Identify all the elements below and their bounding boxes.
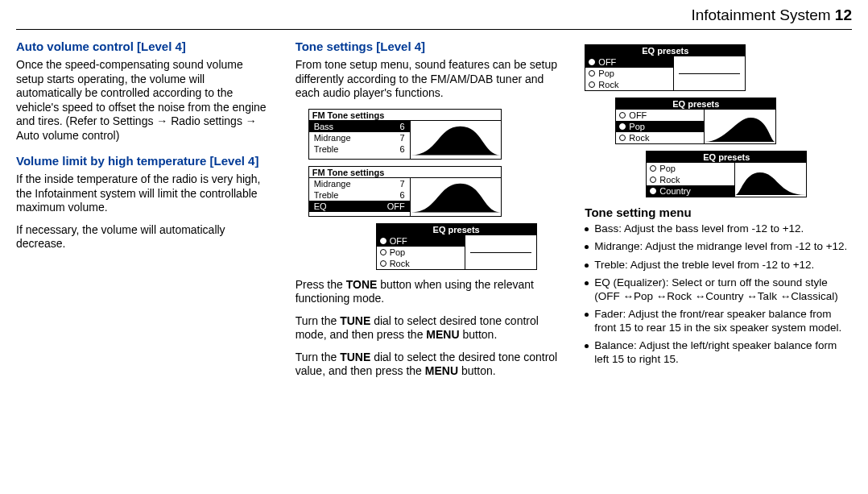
para-tone-4: Turn the TUNE dial to select the desired… (296, 351, 563, 379)
figure-title: FM Tone settings (309, 110, 501, 121)
figure-title: EQ presets (647, 152, 806, 163)
eq-option: OFF (616, 110, 704, 121)
list-item: Bass: Adjust the bass level from -12 to … (585, 222, 852, 235)
eq-options: PopRockCountry (647, 163, 735, 197)
figure-title: EQ presets (585, 45, 745, 56)
figure-title: EQ presets (377, 224, 536, 235)
list-item: Balance: Adjust the left/right speaker b… (585, 339, 852, 366)
page-number: 12 (835, 6, 852, 23)
eq-option: Pop (377, 247, 465, 258)
eq-option: Pop (647, 163, 734, 174)
para-volume-limit-2: If necessary, the volume will automatica… (16, 223, 273, 251)
heading-volume-limit: Volume limit by high temperature [Level … (16, 154, 273, 168)
para-volume-limit-1: If the inside temperature of the radio i… (16, 172, 273, 215)
bold-tone: TONE (346, 278, 378, 291)
figure-eq-presets-1: EQ presetsOFFPopRock (585, 44, 746, 91)
figure-eq-presets-3: EQ presetsPopRockCountry (646, 151, 807, 197)
figure-row: Midrange7 (309, 132, 410, 143)
subheading-tone-menu: Tone setting menu (585, 205, 852, 219)
eq-curve (465, 235, 536, 269)
column-1: Auto volume control [Level 4] Once the s… (16, 39, 273, 387)
eq-curve (735, 163, 806, 197)
figure-curve (411, 178, 501, 216)
eq-option-label: Rock (598, 79, 618, 90)
eq-option-label: OFF (390, 235, 407, 247)
bold-menu: MENU (425, 364, 458, 377)
radio-icon (650, 165, 656, 172)
eq-option: Rock (377, 258, 465, 269)
para-tone-2: Press the TONE button when using the rel… (296, 278, 563, 306)
radio-icon (619, 123, 626, 130)
text: button. (460, 328, 498, 341)
figure-fm-tone-2: FM Tone settings Midrange7Treble6EQOFF (308, 166, 502, 217)
eq-options: OFFPopRock (616, 110, 705, 143)
section-title: Infotainment System (691, 6, 830, 23)
figure-eq-presets-2: EQ presetsOFFPopRock (615, 98, 776, 144)
eq-option: Rock (616, 132, 704, 143)
figure-row: Treble6 (309, 143, 410, 155)
eq-option-label: Pop (598, 68, 614, 79)
column-3: EQ presetsOFFPopRock EQ presetsOFFPopRoc… (585, 39, 852, 387)
text: button. (458, 364, 496, 377)
list-item: Fader: Adjust the front/rear speaker bal… (585, 308, 852, 334)
heading-auto-volume: Auto volume control [Level 4] (16, 39, 273, 53)
eq-options: OFFPopRock (585, 56, 674, 90)
figure-row: Bass6 (309, 121, 410, 132)
list-item: EQ (Equalizer): Select or turn off the s… (585, 276, 852, 303)
figure-rows: Bass6Midrange7Treble6 (309, 121, 411, 159)
radio-icon (619, 112, 626, 118)
text: Turn the (296, 351, 341, 363)
radio-icon (589, 70, 595, 77)
radio-icon (589, 81, 595, 88)
radio-icon (380, 249, 386, 255)
list-item: Treble: Adjust the treble level from -12… (585, 259, 852, 272)
list-item: Midrange: Adjust the midrange level from… (585, 240, 852, 253)
eq-option-label: Rock (390, 258, 410, 269)
eq-option-label: Pop (390, 247, 406, 258)
eq-option: Pop (585, 68, 673, 79)
eq-option: Pop (616, 121, 704, 132)
eq-option: OFF (585, 56, 673, 68)
para-tone-3: Turn the TUNE dial to select desired ton… (296, 314, 563, 342)
radio-icon (650, 176, 656, 183)
bold-tune: TUNE (340, 351, 370, 363)
figure-group-eq: EQ presetsOFFPopRock EQ presetsOFFPopRoc… (585, 44, 852, 197)
figure-row: Treble6 (309, 189, 410, 201)
figure-fm-tone-1: FM Tone settings Bass6Midrange7Treble6 (308, 109, 502, 160)
column-2: Tone settings [Level 4] From tone setup … (296, 39, 563, 387)
page-header: Infotainment System 12 (0, 0, 868, 29)
figure-eq-presets: EQ presetsOFFPopRock (376, 223, 537, 270)
figure-rows: Midrange7Treble6EQOFF (309, 178, 411, 216)
eq-option-label: Pop (629, 121, 645, 132)
figure-row: Midrange7 (309, 178, 410, 189)
eq-option-label: Rock (659, 174, 680, 185)
header-rule (16, 29, 852, 30)
columns: Auto volume control [Level 4] Once the s… (0, 39, 868, 387)
eq-option: Rock (647, 174, 734, 185)
eq-option-label: Pop (659, 163, 676, 174)
eq-option: OFF (377, 235, 465, 247)
radio-icon (380, 260, 386, 267)
eq-option-label: OFF (629, 110, 647, 121)
tone-menu-list: Bass: Adjust the bass level from -12 to … (585, 222, 852, 366)
radio-icon (619, 135, 626, 141)
para-tone-1: From tone setup menu, sound features can… (296, 58, 563, 101)
eq-option-label: Country (659, 185, 691, 197)
bold-menu: MENU (426, 328, 459, 341)
radio-icon (380, 238, 386, 244)
figure-curve (411, 121, 501, 159)
para-auto-volume: Once the speed-compensating sound volume… (16, 58, 273, 143)
eq-option-label: OFF (598, 56, 616, 68)
figure-title: FM Tone settings (309, 167, 501, 178)
text: Turn the (296, 314, 341, 327)
radio-icon (589, 59, 595, 65)
eq-option: Rock (585, 79, 673, 90)
eq-curve (674, 56, 745, 90)
heading-tone-settings: Tone settings [Level 4] (296, 39, 563, 53)
eq-curve (705, 110, 775, 143)
eq-option: Country (647, 185, 734, 197)
figure-title: EQ presets (616, 98, 775, 110)
radio-icon (650, 188, 656, 194)
eq-options: OFFPopRock (377, 235, 465, 269)
eq-option-label: Rock (629, 132, 649, 143)
